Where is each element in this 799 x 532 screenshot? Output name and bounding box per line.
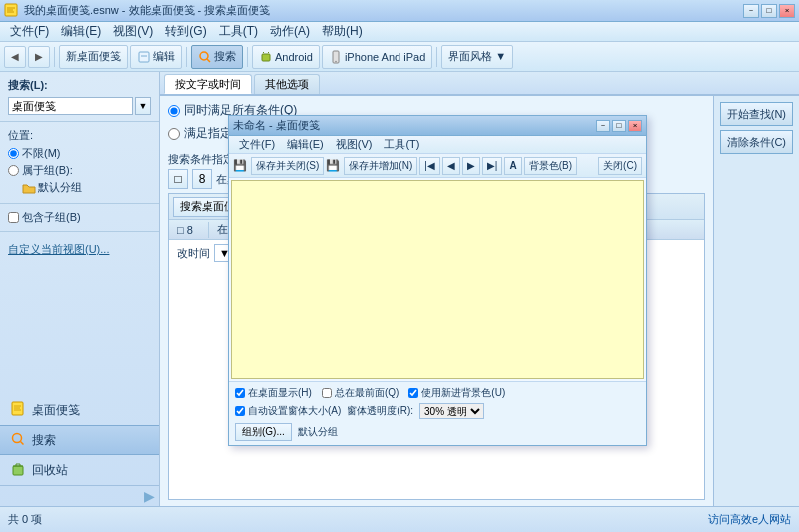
include-sub-label: 包含子组(B) <box>22 210 81 225</box>
search-button[interactable]: 搜索 <box>191 45 243 69</box>
remove-condition-btn[interactable]: 8 <box>192 169 212 189</box>
custom-view-section: 自定义当前视图(U)... <box>0 232 159 263</box>
minimize-button[interactable]: － <box>743 4 759 18</box>
title-bar: 我的桌面便笺.esnw - 效能桌面便笺 - 搜索桌面便笺 － □ × <box>0 0 799 22</box>
opacity-select[interactable]: 30% 透明 <box>419 403 484 419</box>
default-group-label: 默认分组 <box>38 180 82 195</box>
group-btn[interactable]: 组别(G)... <box>235 423 292 441</box>
group-name: 默认分组 <box>298 425 338 439</box>
search-dropdown-button[interactable]: ▼ <box>135 97 151 115</box>
toolbar-sep-3 <box>247 47 248 67</box>
menu-action[interactable]: 动作(A) <box>264 21 316 42</box>
footer-row-2: 自动设置窗体大小(A) 窗体透明度(R): 30% 透明 <box>235 403 640 419</box>
position-label: 位置: <box>8 128 151 143</box>
belong-group-label: 属于组(B): <box>22 163 73 178</box>
site-link[interactable]: 访问高效e人网站 <box>708 512 791 527</box>
dialog-menubar: 文件(F) 编辑(E) 视图(V) 工具(T) <box>229 136 646 154</box>
note-dialog[interactable]: 未命名 - 桌面便笺 － □ × 文件(F) 编辑(E) 视图(V) 工具(T)… <box>228 115 647 446</box>
window-title: 我的桌面便笺.esnw - 效能桌面便笺 - 搜索桌面便笺 <box>24 3 743 18</box>
nav-prev-btn[interactable]: ◀ <box>442 157 460 175</box>
use-new-bg-check: 使用新进背景色(U) <box>408 386 505 400</box>
save-close-btn[interactable]: 保存并关闭(S) <box>251 157 324 175</box>
toolbar-sep-2 <box>186 47 187 67</box>
nav-last-btn[interactable]: ▶| <box>482 157 503 175</box>
svg-line-9 <box>263 52 264 53</box>
no-limit-radio[interactable] <box>8 148 19 159</box>
sidebar-item-search[interactable]: 搜索 <box>0 425 159 455</box>
all-conditions-radio[interactable] <box>168 105 180 117</box>
close-button[interactable]: × <box>779 4 795 18</box>
belong-group-radio[interactable] <box>8 165 19 176</box>
clear-conditions-button[interactable]: 清除条件(C) <box>720 130 793 154</box>
dialog-menu-tools[interactable]: 工具(T) <box>378 136 425 153</box>
save-icon: 💾 <box>233 159 247 172</box>
dialog-title: 未命名 - 桌面便笺 <box>233 118 596 133</box>
save-add-icon: 💾 <box>326 159 340 172</box>
menu-tools[interactable]: 工具(T) <box>213 21 264 42</box>
app-icon <box>4 3 20 19</box>
menu-goto[interactable]: 转到(G) <box>159 21 212 42</box>
iphone-ipad-button[interactable]: iPhone And iPad <box>322 45 432 69</box>
nav-next-btn[interactable]: ▶ <box>462 157 480 175</box>
toolbar-sep-1 <box>54 47 55 67</box>
toolbar-sep-4 <box>436 47 437 67</box>
dialog-note-content[interactable] <box>231 180 644 379</box>
forward-button[interactable]: ▶ <box>28 46 50 68</box>
sidebar-collapse-btn[interactable]: ▶ <box>144 488 155 504</box>
dialog-menu-file[interactable]: 文件(F) <box>233 136 281 153</box>
menu-help[interactable]: 帮助(H) <box>316 21 369 42</box>
menu-file[interactable]: 文件(F) <box>4 21 55 42</box>
trash-icon <box>10 461 26 480</box>
dialog-footer: 在桌面显示(H) 总在最前面(Q) 使用新进背景色(U) 自动设置窗体大小(A)… <box>229 381 646 445</box>
auto-size-checkbox[interactable] <box>235 406 245 416</box>
tab-bar: 按文字或时间 其他选项 <box>160 72 799 96</box>
search-nav-label: 搜索 <box>32 432 56 449</box>
search-section: 搜索(L): ▼ <box>0 72 159 122</box>
new-note-button[interactable]: 新桌面便笺 <box>59 45 128 69</box>
font-btn[interactable]: A <box>504 157 521 175</box>
svg-line-10 <box>268 52 269 53</box>
sidebar-item-trash[interactable]: 回收站 <box>0 455 159 485</box>
svg-line-18 <box>21 441 24 444</box>
new-bg-checkbox[interactable] <box>408 388 418 398</box>
ui-style-button[interactable]: 界面风格 ▼ <box>441 45 513 69</box>
sidebar: 搜索(L): ▼ 位置: 不限(M) 属于组(B): 默认分组 <box>0 72 160 506</box>
dialog-menu-edit[interactable]: 编辑(E) <box>281 136 330 153</box>
bg-color-btn[interactable]: 背景色(B) <box>524 157 577 175</box>
dialog-minimize[interactable]: － <box>596 120 610 132</box>
add-condition-btn[interactable]: □ <box>168 169 188 189</box>
maximize-button[interactable]: □ <box>761 4 777 18</box>
svg-rect-4 <box>139 52 149 62</box>
android-button[interactable]: Android <box>252 45 320 69</box>
col-header-num: □ 8 <box>169 222 209 238</box>
menu-view[interactable]: 视图(V) <box>107 21 159 42</box>
show-on-desktop-check: 在桌面显示(H) <box>235 386 312 400</box>
tab-other-options[interactable]: 其他选项 <box>254 74 320 94</box>
opacity-label: 窗体透明度(R): <box>347 404 413 418</box>
menu-edit[interactable]: 编辑(E) <box>55 21 107 42</box>
position-section: 位置: 不限(M) 属于组(B): 默认分组 <box>0 122 159 204</box>
include-sub-checkbox[interactable] <box>8 212 19 223</box>
no-limit-label: 不限(M) <box>22 146 61 161</box>
search-input[interactable] <box>8 97 133 115</box>
edit-button[interactable]: 编辑 <box>130 45 182 69</box>
back-button[interactable]: ◀ <box>4 46 26 68</box>
start-find-button[interactable]: 开始查找(N) <box>720 102 793 126</box>
any-condition-radio[interactable] <box>168 128 180 140</box>
nav-first-btn[interactable]: |◀ <box>419 157 440 175</box>
dialog-toolbar: 💾 保存并关闭(S) 💾 保存并增加(N) |◀ ◀ ▶ ▶| A 背景色(B)… <box>229 154 646 178</box>
svg-point-6 <box>200 52 208 60</box>
tab-text-time[interactable]: 按文字或时间 <box>164 74 252 94</box>
custom-view-link[interactable]: 自定义当前视图(U)... <box>8 242 151 257</box>
svg-point-12 <box>335 60 337 62</box>
save-add-btn[interactable]: 保存并增加(N) <box>344 157 417 175</box>
dialog-close[interactable]: × <box>628 120 642 132</box>
sidebar-item-notes[interactable]: 桌面便笺 <box>0 395 159 425</box>
show-desktop-checkbox[interactable] <box>235 388 245 398</box>
dialog-maximize[interactable]: □ <box>612 120 626 132</box>
always-top-checkbox[interactable] <box>322 388 332 398</box>
trash-label: 回收站 <box>32 462 68 479</box>
dialog-close-btn[interactable]: 关闭(C) <box>598 157 642 175</box>
toolbar: ◀ ▶ 新桌面便笺 编辑 搜索 Android iPhone And iPad … <box>0 42 799 72</box>
dialog-menu-view[interactable]: 视图(V) <box>330 136 379 153</box>
